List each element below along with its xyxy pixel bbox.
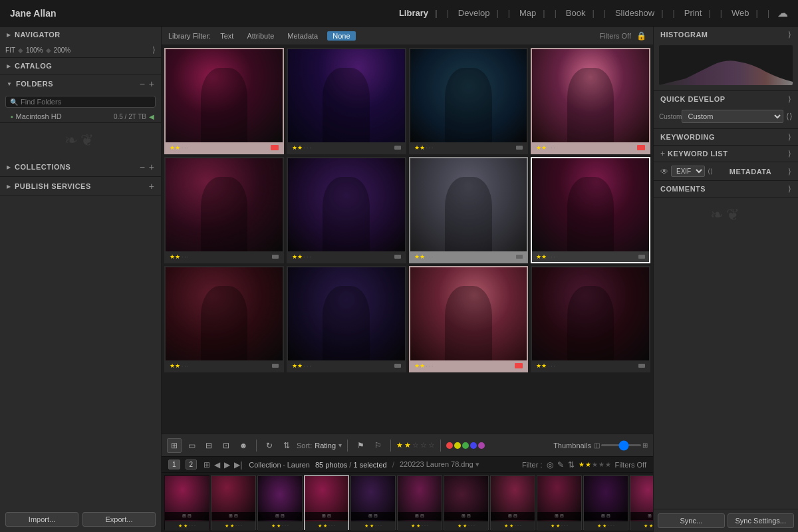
tab-book[interactable]: Book	[559, 5, 601, 21]
navigator-header[interactable]: ▶ Navigator	[0, 27, 161, 43]
film-thumb-4[interactable]: ⊞ ⊟ ★ ★ · · ·	[350, 475, 396, 530]
exif-arrows[interactable]: ⟨⟩	[708, 168, 713, 175]
keywording-header[interactable]: Keywording ⟩	[654, 129, 798, 145]
people-view-btn[interactable]: ☻	[236, 438, 251, 453]
film-thumb-9[interactable]: ⊞ ⊟ ★ ★ · · ·	[583, 475, 628, 530]
folder-search-input[interactable]	[21, 98, 151, 106]
prev-arrow[interactable]: ◀	[214, 460, 220, 469]
publish-services-header[interactable]: ▶ Publish Services +	[0, 177, 161, 196]
metadata-toggle[interactable]: ⟩	[788, 167, 791, 176]
photo-cell-10[interactable]: ★★···	[287, 266, 406, 372]
thumb-smaller-icon[interactable]: ◫	[594, 442, 600, 449]
catalog-header[interactable]: ▶ Catalog	[0, 58, 161, 74]
filter-lock-icon[interactable]: 🔒	[636, 31, 646, 41]
thumb-size-slider[interactable]	[601, 444, 641, 446]
preset-select[interactable]: Custom	[682, 110, 783, 123]
zoom-200-btn[interactable]: 200%	[54, 47, 71, 54]
sync-button[interactable]: Sync...	[658, 513, 725, 528]
film-thumb-10[interactable]: ⊞ ⊟ ★ ★ · · ·	[630, 475, 653, 530]
keywording-toggle[interactable]: ⟩	[788, 132, 791, 142]
photo-cell-5[interactable]: ★★···	[164, 157, 284, 263]
filter-text-btn[interactable]: Text	[216, 31, 237, 41]
color-red-dot[interactable]	[446, 442, 453, 449]
color-purple-dot[interactable]	[478, 442, 485, 449]
color-green-dot[interactable]	[462, 442, 469, 449]
tab-develop[interactable]: Develop	[452, 5, 505, 21]
photo-cell-8[interactable]: ★★···	[531, 157, 650, 263]
color-yellow-dot[interactable]	[454, 442, 461, 449]
compare-view-btn[interactable]: ⊟	[201, 438, 216, 453]
grid-view-btn[interactable]: ⊞	[167, 438, 182, 453]
sync-settings-button[interactable]: Sync Settings...	[728, 513, 795, 528]
photo-cell-11[interactable]: ★★···	[409, 266, 529, 372]
filename-arrow[interactable]: ▾	[475, 460, 479, 468]
tab-slideshow[interactable]: Slideshow	[608, 5, 670, 21]
thumb-larger-icon[interactable]: ⊞	[642, 442, 648, 449]
tab-print[interactable]: Print	[678, 5, 718, 21]
photo-cell-3[interactable]: ★★···	[409, 48, 529, 154]
stars-filter[interactable]: ★ ★ ☆ ☆ ☆	[396, 441, 435, 450]
metadata-eye-icon[interactable]: 👁	[660, 167, 668, 176]
next-arrow[interactable]: ▶	[224, 460, 230, 469]
loupe-view-btn[interactable]: ▭	[184, 438, 199, 453]
collections-header[interactable]: ▶ Collections − +	[0, 158, 161, 176]
keyword-add-icon[interactable]: +	[660, 149, 665, 158]
histogram-toggle[interactable]: ⟩	[788, 30, 791, 39]
flag-filter2-icon[interactable]: ⚐	[370, 438, 385, 453]
film-thumb-7[interactable]: ⊞ ⊟ ★ ★ · · ·	[490, 475, 535, 530]
photo-cell-12[interactable]: ★★···	[531, 266, 650, 372]
status-filters-off[interactable]: Filters Off	[615, 461, 646, 469]
preset-arrows[interactable]: ⟨⟩	[786, 112, 793, 121]
quick-develop-header[interactable]: Quick Develop ⟩	[654, 91, 798, 107]
film-thumb-3[interactable]: ⊞ ⊟ ★ ★ · · ·	[304, 475, 349, 530]
film-thumb-1[interactable]: ⊞ ⊟ ★ ★ · · ·	[211, 475, 256, 530]
sync-icon[interactable]: ↻	[262, 438, 277, 453]
import-button[interactable]: Import...	[5, 512, 78, 527]
filter-attribute-btn[interactable]: Attribute	[243, 31, 278, 41]
last-arrow[interactable]: ▶|	[234, 460, 242, 469]
photo-cell-6[interactable]: ★★···	[287, 157, 406, 263]
filter-metadata-btn[interactable]: Metadata	[283, 31, 322, 41]
export-button[interactable]: Export...	[82, 512, 156, 527]
keyword-list-header[interactable]: + Keyword List ⟩	[654, 146, 798, 162]
film-thumb-0[interactable]: ⊞ ⊟ ★ ★ · · ·	[164, 475, 209, 530]
publish-add-icon[interactable]: +	[149, 181, 154, 192]
tab-library[interactable]: Library	[392, 5, 444, 21]
photo-cell-7[interactable]: ⊕ ★★···	[409, 157, 529, 263]
tab-web[interactable]: Web	[725, 5, 765, 21]
collections-add-icon[interactable]: +	[149, 162, 154, 172]
keyword-list-toggle[interactable]: ⟩	[788, 149, 791, 158]
cloud-icon[interactable]: ☁	[777, 7, 788, 19]
folders-header[interactable]: ▼ Folders − +	[0, 74, 161, 93]
page-2-btn[interactable]: 2	[186, 460, 198, 469]
flag-filter-icon[interactable]: ⚑	[353, 438, 368, 453]
survey-view-btn[interactable]: ⊡	[219, 438, 233, 453]
film-thumb-8[interactable]: ⊞ ⊟ ★ ★ · · ·	[537, 475, 582, 530]
comments-header[interactable]: Comments ⟩	[654, 181, 798, 197]
exif-select[interactable]: EXIF	[671, 166, 705, 177]
tab-map[interactable]: Map	[513, 5, 552, 21]
drive-item[interactable]: ▪ Macintosh HD 0.5 / 2T TB ◀	[0, 110, 161, 122]
film-thumb-5[interactable]: ⊞ ⊟ ★ ★ · · ·	[397, 475, 442, 530]
color-blue-dot[interactable]	[470, 442, 477, 449]
quick-develop-toggle[interactable]: ⟩	[788, 94, 791, 104]
sort-arrow[interactable]: ▾	[338, 442, 342, 449]
filter-sort-icon[interactable]: ⇅	[568, 460, 575, 469]
film-thumb-6[interactable]: ⊞ ⊟ ★ ★ · · ·	[444, 475, 489, 530]
filter-target-icon[interactable]: ◎	[547, 460, 553, 469]
zoom-100-btn[interactable]: 100%	[26, 47, 43, 54]
photo-cell-4[interactable]: ★★···	[531, 48, 650, 154]
navigator-expand-icon[interactable]: ⟩	[152, 45, 156, 55]
filter-paint-icon[interactable]: ✎	[557, 460, 564, 469]
folders-remove-icon[interactable]: −	[140, 78, 145, 89]
photo-cell-2[interactable]: ★★···	[287, 48, 406, 154]
filter-none-btn[interactable]: None	[327, 31, 355, 41]
zoom-fit-btn[interactable]: FIT	[5, 47, 15, 54]
metadata-header[interactable]: 👁 EXIF ⟨⟩ Metadata ⟩	[654, 162, 798, 180]
sort-value[interactable]: Rating	[315, 442, 336, 450]
grid-area[interactable]: ★★··· ★★··· ★★···	[162, 45, 653, 434]
photo-cell-9[interactable]: ★★···	[164, 266, 284, 372]
comments-toggle[interactable]: ⟩	[788, 184, 791, 194]
film-thumb-2[interactable]: ⊞ ⊟ ★ ★ · · ·	[257, 475, 303, 530]
grid-view-icon[interactable]: ⊞	[203, 460, 210, 469]
